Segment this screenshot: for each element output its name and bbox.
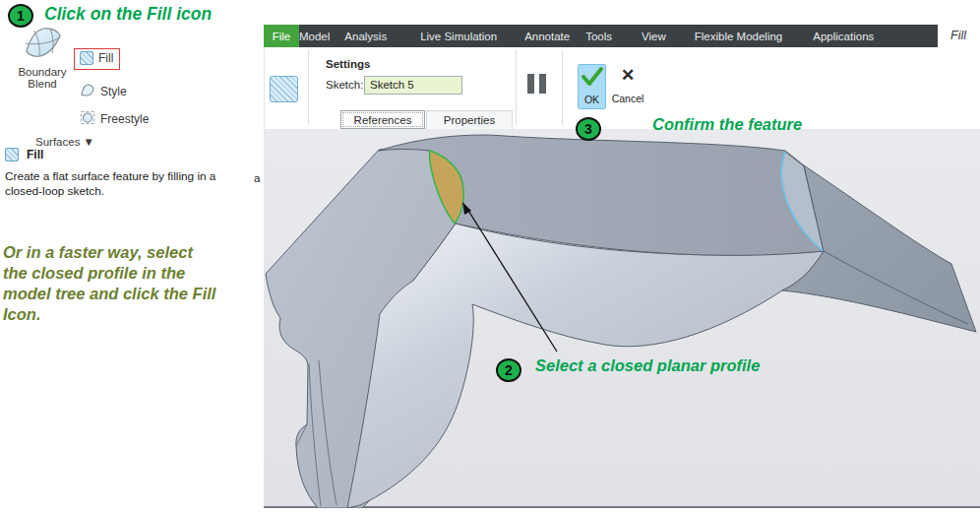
ok-button[interactable]: OK <box>578 64 606 109</box>
menu-bar: File Model Analysis Live Simulation Anno… <box>264 25 938 47</box>
cancel-x-icon: ✕ <box>607 67 648 84</box>
fill-tooltip-description: Create a flat surface feature by filling… <box>5 169 259 199</box>
settings-label: Settings <box>326 58 370 70</box>
fill-button-highlight-box <box>74 48 120 70</box>
ribbon-separator <box>562 50 563 125</box>
ribbon-separator <box>516 50 517 125</box>
tab-live-simulation[interactable]: Live Simulation <box>420 31 497 42</box>
fill-dashboard-ribbon: Settings Sketch: Sketch 5 References Pro… <box>264 47 980 129</box>
boundary-blend-label: Boundary Blend <box>12 66 73 90</box>
pause-button[interactable] <box>527 74 546 94</box>
references-tab[interactable]: References <box>340 110 425 129</box>
freestyle-icon <box>80 110 95 128</box>
ribbon-separator <box>308 50 309 125</box>
tab-view[interactable]: View <box>642 31 666 42</box>
ok-button-label: OK <box>584 94 599 105</box>
cancel-button-label: Cancel <box>607 93 648 104</box>
tab-file[interactable]: File <box>264 25 299 47</box>
surfaces-group-label[interactable]: Surfaces ▼ <box>6 136 124 148</box>
fill-tooltip: Fill Create a flat surface feature by fi… <box>5 148 259 199</box>
step1-label: Click on the Fill icon <box>44 4 212 25</box>
step3-badge: 3 <box>576 117 601 141</box>
cancel-button[interactable]: ✕ Cancel <box>607 67 648 104</box>
step2-badge: 2 <box>496 358 521 382</box>
boundary-blend-icon <box>21 45 64 62</box>
faster-way-note: Or in a faster way, select the closed pr… <box>3 242 251 325</box>
boundary-blend-button[interactable]: Boundary Blend <box>12 26 73 90</box>
ok-check-icon <box>580 65 605 93</box>
sketch-input[interactable]: Sketch 5 <box>364 76 462 95</box>
surfaces-ribbon-group: Boundary Blend Fill Style Freestyle Surf… <box>6 24 163 134</box>
step2-label: Select a closed planar profile <box>535 356 760 375</box>
tab-annotate[interactable]: Annotate <box>524 31 570 42</box>
style-button[interactable]: Style <box>80 83 127 100</box>
3d-model <box>264 129 980 508</box>
fill-feature-icon <box>270 76 298 102</box>
freestyle-button-label: Freestyle <box>100 112 149 126</box>
graphics-viewport[interactable] <box>264 129 980 508</box>
tab-model[interactable]: Model <box>299 31 330 42</box>
tab-analysis[interactable]: Analysis <box>344 31 387 42</box>
creo-window: File Model Analysis Live Simulation Anno… <box>264 25 980 508</box>
tab-flexible-modeling[interactable]: Flexible Modeling <box>695 31 783 42</box>
step3-label: Confirm the feature <box>652 115 802 134</box>
tab-applications[interactable]: Applications <box>813 31 874 42</box>
style-icon <box>80 83 95 100</box>
sketch-label: Sketch: <box>326 79 363 91</box>
tab-tools[interactable]: Tools <box>585 31 612 42</box>
freestyle-button[interactable]: Freestyle <box>80 110 149 128</box>
fill-tooltip-icon <box>5 148 19 161</box>
stray-text: a <box>254 172 260 184</box>
fill-tooltip-title: Fill <box>27 148 43 161</box>
step1-badge: 1 <box>8 4 33 28</box>
tab-fill-contextual[interactable]: Fill <box>950 29 966 42</box>
style-button-label: Style <box>100 85 127 98</box>
properties-tab[interactable]: Properties <box>426 110 513 129</box>
